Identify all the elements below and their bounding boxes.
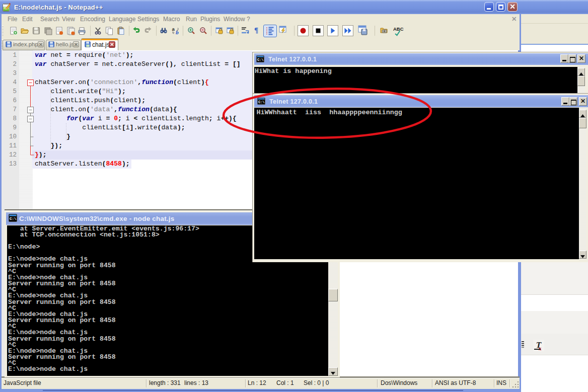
- svg-text:C:\: C:\: [10, 217, 17, 221]
- svg-text:C:\: C:\: [257, 58, 264, 62]
- svg-text:ABC: ABC: [393, 26, 404, 32]
- svg-text:C:\: C:\: [258, 100, 265, 104]
- svg-text:a: a: [172, 26, 175, 32]
- svg-text:¶: ¶: [254, 26, 258, 34]
